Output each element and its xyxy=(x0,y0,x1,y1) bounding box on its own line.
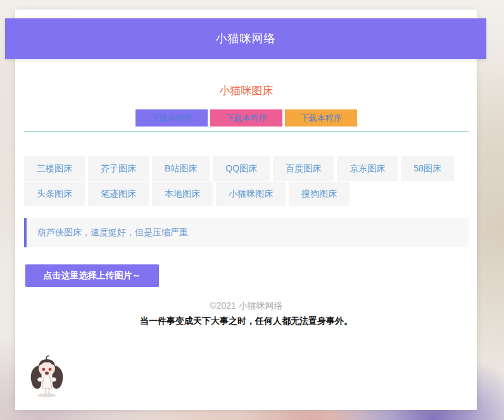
site-banner: 小猫咪网络 xyxy=(5,18,486,59)
image-bed-tab[interactable]: 58图床 xyxy=(401,156,454,181)
footer-quote: 当一件事变成天下大事之时，任何人都无法置身事外。 xyxy=(24,316,469,327)
notice-text: 葫芦侠图床，速度挺好，但是压缩严重 xyxy=(37,227,188,238)
download-button-row: 下载本程序 下载本程序 下载本程序 xyxy=(24,109,469,127)
notice-bar: 葫芦侠图床，速度挺好，但是压缩严重 xyxy=(24,218,469,247)
image-bed-tab[interactable]: 百度图床 xyxy=(273,156,334,181)
copyright-text: ©2021 小猫咪网络 xyxy=(24,300,469,312)
image-bed-tab[interactable]: 头条图床 xyxy=(24,182,85,206)
download-button-orange[interactable]: 下载本程序 xyxy=(285,109,357,127)
main-content: 小猫咪图床 下载本程序 下载本程序 下载本程序 三楼图床 芥子图床 B站图床 Q… xyxy=(24,59,469,401)
page-title: 小猫咪图床 xyxy=(24,83,469,98)
image-bed-tab[interactable]: B站图床 xyxy=(152,156,210,181)
image-bed-tab[interactable]: 小猫咪图床 xyxy=(216,182,286,206)
upload-button[interactable]: 点击这里选择上传图片～ xyxy=(25,264,159,287)
download-button-purple[interactable]: 下载本程序 xyxy=(135,109,208,127)
image-bed-tabs: 三楼图床 芥子图床 B站图床 QQ图床 百度图床 京东图床 58图床 头条图床 … xyxy=(24,156,469,206)
image-bed-tab[interactable]: 搜狗图床 xyxy=(289,182,350,206)
mascot-image xyxy=(28,354,67,398)
download-button-pink[interactable]: 下载本程序 xyxy=(210,109,282,127)
divider-line xyxy=(24,132,469,132)
site-title: 小猫咪网络 xyxy=(216,31,276,46)
image-bed-tab[interactable]: QQ图床 xyxy=(213,156,270,181)
image-bed-tab[interactable]: 本地图床 xyxy=(152,182,213,206)
image-bed-tab[interactable]: 芥子图床 xyxy=(88,156,149,181)
image-bed-tab[interactable]: 笔迹图床 xyxy=(88,182,149,206)
image-bed-tab[interactable]: 三楼图床 xyxy=(24,156,85,181)
image-bed-tab[interactable]: 京东图床 xyxy=(337,156,398,181)
